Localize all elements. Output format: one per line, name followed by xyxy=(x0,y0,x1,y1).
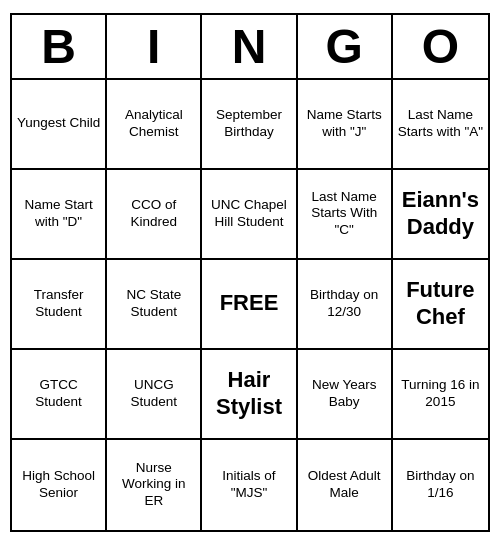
cell-label: New Years Baby xyxy=(302,377,387,409)
cell-label: Last Name Starts With "C" xyxy=(302,189,387,238)
bingo-cell: Nurse Working in ER xyxy=(107,440,202,530)
bingo-cell: Oldest Adult Male xyxy=(298,440,393,530)
cell-label: Future Chef xyxy=(397,277,484,330)
cell-label: September Birthday xyxy=(206,107,291,139)
cell-label: Turning 16 in 2015 xyxy=(397,377,484,409)
cell-label: UNCG Student xyxy=(111,377,196,409)
header-letter: G xyxy=(298,15,393,78)
cell-label: Yungest Child xyxy=(17,115,100,131)
cell-label: Hair Stylist xyxy=(206,367,291,420)
bingo-cell: Future Chef xyxy=(393,260,488,350)
cell-label: Nurse Working in ER xyxy=(111,460,196,509)
bingo-cell: Birthday on 12/30 xyxy=(298,260,393,350)
bingo-cell: Eiann's Daddy xyxy=(393,170,488,260)
bingo-cell: New Years Baby xyxy=(298,350,393,440)
bingo-cell: UNC Chapel Hill Student xyxy=(202,170,297,260)
bingo-cell: Transfer Student xyxy=(12,260,107,350)
bingo-cell: Turning 16 in 2015 xyxy=(393,350,488,440)
cell-label: Birthday on 12/30 xyxy=(302,287,387,319)
cell-label: Name Start with "D" xyxy=(16,197,101,229)
header-letter: I xyxy=(107,15,202,78)
cell-label: Name Starts with "J" xyxy=(302,107,387,139)
header-letter: N xyxy=(202,15,297,78)
bingo-cell: Yungest Child xyxy=(12,80,107,170)
cell-label: CCO of Kindred xyxy=(111,197,196,229)
cell-label: FREE xyxy=(220,290,279,316)
bingo-grid: Yungest ChildAnalytical ChemistSeptember… xyxy=(12,80,488,530)
bingo-cell: Initials of "MJS" xyxy=(202,440,297,530)
bingo-cell: High School Senior xyxy=(12,440,107,530)
bingo-cell: Hair Stylist xyxy=(202,350,297,440)
cell-label: Last Name Starts with "A" xyxy=(397,107,484,139)
bingo-cell: Last Name Starts with "A" xyxy=(393,80,488,170)
bingo-cell: Name Starts with "J" xyxy=(298,80,393,170)
bingo-cell: GTCC Student xyxy=(12,350,107,440)
cell-label: Eiann's Daddy xyxy=(397,187,484,240)
bingo-cell: CCO of Kindred xyxy=(107,170,202,260)
cell-label: NC State Student xyxy=(111,287,196,319)
bingo-header: BINGO xyxy=(12,15,488,80)
bingo-cell: Name Start with "D" xyxy=(12,170,107,260)
cell-label: High School Senior xyxy=(16,468,101,500)
bingo-cell: Analytical Chemist xyxy=(107,80,202,170)
header-letter: O xyxy=(393,15,488,78)
bingo-cell: Last Name Starts With "C" xyxy=(298,170,393,260)
cell-label: Oldest Adult Male xyxy=(302,468,387,500)
cell-label: Transfer Student xyxy=(16,287,101,319)
cell-label: Initials of "MJS" xyxy=(206,468,291,500)
bingo-cell: UNCG Student xyxy=(107,350,202,440)
header-letter: B xyxy=(12,15,107,78)
bingo-cell: September Birthday xyxy=(202,80,297,170)
bingo-cell: FREE xyxy=(202,260,297,350)
bingo-card: BINGO Yungest ChildAnalytical ChemistSep… xyxy=(10,13,490,532)
bingo-cell: Birthday on 1/16 xyxy=(393,440,488,530)
bingo-cell: NC State Student xyxy=(107,260,202,350)
cell-label: UNC Chapel Hill Student xyxy=(206,197,291,229)
cell-label: Analytical Chemist xyxy=(111,107,196,139)
cell-label: GTCC Student xyxy=(16,377,101,409)
cell-label: Birthday on 1/16 xyxy=(397,468,484,500)
